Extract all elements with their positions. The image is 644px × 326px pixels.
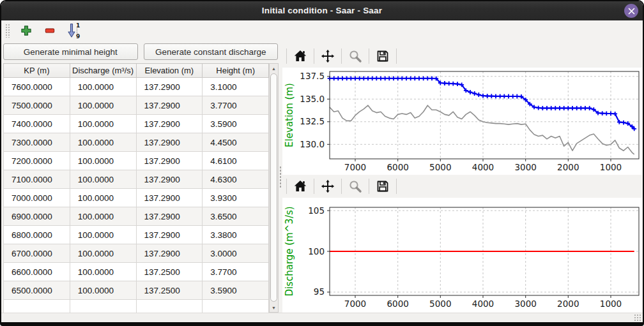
generator-buttons-row: Generate minimal height Generate constan…: [3, 42, 279, 63]
titlebar[interactable]: Initial condition - Saar - Saar: [1, 1, 643, 20]
table-cell[interactable]: 3.0000: [203, 244, 269, 263]
scrollbar-thumb[interactable]: [270, 73, 277, 302]
table-cell[interactable]: 137.2900: [136, 96, 203, 115]
sort-button[interactable]: 1 9: [65, 22, 82, 40]
table-row-partial: [4, 300, 269, 313]
table-row[interactable]: 6500.0000100.0000137.25003.5900: [4, 281, 269, 300]
table-cell[interactable]: 137.2500: [136, 263, 203, 281]
table-cell[interactable]: 6900.0000: [4, 207, 70, 226]
table-cell[interactable]: 100.0000: [70, 207, 136, 226]
zoom-button[interactable]: [344, 177, 366, 196]
column-header[interactable]: Discharge (m³/s): [70, 64, 136, 78]
table-cell[interactable]: 137.2900: [136, 170, 203, 189]
table-cell[interactable]: 3.9300: [203, 189, 269, 207]
table-cell[interactable]: 137.2900: [136, 152, 203, 170]
table-cell[interactable]: 7500.0000: [4, 96, 70, 115]
table-cell[interactable]: 100.0000: [70, 152, 136, 170]
save-button[interactable]: [372, 47, 394, 66]
table-cell[interactable]: 3.1000: [203, 78, 269, 96]
table-cell[interactable]: 6500.0000: [4, 281, 70, 300]
scrollbar-up-arrow-icon[interactable]: ▲: [270, 64, 278, 73]
column-header[interactable]: KP (m): [4, 64, 70, 78]
add-row-button[interactable]: [17, 22, 35, 40]
pan-button[interactable]: [317, 177, 339, 196]
table-cell[interactable]: 100.0000: [70, 244, 136, 263]
table-cell[interactable]: 100.0000: [70, 133, 136, 152]
window-title: Initial condition - Saar - Saar: [262, 6, 382, 15]
resize-grip-icon[interactable]: [634, 314, 641, 322]
svg-text:4000: 4000: [472, 162, 494, 172]
main-toolbar: 1 9: [1, 20, 643, 41]
table-cell[interactable]: 6600.0000: [4, 263, 70, 281]
table-scrollbar[interactable]: ▲ ▼: [269, 63, 279, 313]
table-cell[interactable]: 3.5900: [203, 281, 269, 300]
table-cell[interactable]: 100.0000: [70, 115, 136, 133]
table-cell[interactable]: 137.2900: [136, 226, 203, 244]
table-row[interactable]: 6800.0000100.0000137.29003.3800: [4, 226, 269, 244]
table-cell[interactable]: 4.4500: [203, 133, 269, 152]
table-row[interactable]: 7000.0000100.0000137.29003.9300: [4, 189, 269, 207]
table-row[interactable]: 6700.0000100.0000137.29003.0000: [4, 244, 269, 263]
home-button[interactable]: [289, 47, 311, 66]
discharge-chart[interactable]: 700060005000400030002000100010510095Disc…: [282, 198, 642, 313]
column-header[interactable]: Elevation (m): [136, 64, 203, 78]
table-row[interactable]: 7600.0000100.0000137.29003.1000: [4, 78, 269, 96]
table-cell[interactable]: 4.6100: [203, 152, 269, 170]
table-cell[interactable]: 100.0000: [70, 226, 136, 244]
table-cell[interactable]: 3.7700: [203, 96, 269, 115]
table-cell[interactable]: 137.2900: [136, 133, 203, 152]
table-cell[interactable]: 7100.0000: [4, 170, 70, 189]
table-cell[interactable]: 137.2500: [136, 281, 203, 300]
table-cell[interactable]: 7000.0000: [4, 189, 70, 207]
svg-text:1000: 1000: [600, 162, 622, 172]
svg-text:95: 95: [314, 286, 325, 297]
save-button[interactable]: [372, 177, 394, 196]
table-cell[interactable]: 6800.0000: [4, 226, 70, 244]
remove-row-button[interactable]: [41, 22, 59, 40]
table-cell[interactable]: 100.0000: [70, 281, 136, 300]
table-row[interactable]: 7200.0000100.0000137.29004.6100: [4, 152, 269, 170]
column-header[interactable]: Height (m): [203, 64, 269, 78]
table-cell[interactable]: 100.0000: [70, 78, 136, 96]
svg-text:6000: 6000: [387, 162, 409, 172]
svg-text:105: 105: [308, 205, 325, 216]
generate-minimal-height-button[interactable]: Generate minimal height: [3, 43, 138, 60]
elevation-chart[interactable]: 7000600050004000300020001000137.5135.013…: [282, 68, 642, 175]
table-row[interactable]: 6600.0000100.0000137.25003.7700: [4, 263, 269, 281]
zoom-button[interactable]: [344, 47, 366, 66]
sort-ascending-icon: 1 9: [66, 22, 81, 39]
table-row[interactable]: 7300.0000100.0000137.29004.4500: [4, 133, 269, 152]
table-cell[interactable]: 3.5900: [203, 115, 269, 133]
table-row[interactable]: 6900.0000100.0000137.29003.6500: [4, 207, 269, 226]
table-cell[interactable]: 137.2900: [136, 244, 203, 263]
table-cell[interactable]: 3.6500: [203, 207, 269, 226]
left-panel: Generate minimal height Generate constan…: [1, 41, 279, 313]
home-button[interactable]: [289, 177, 311, 196]
table-cell[interactable]: 7600.0000: [4, 78, 70, 96]
svg-text:132.5: 132.5: [300, 116, 325, 126]
pan-button[interactable]: [317, 47, 339, 66]
table-cell[interactable]: 7200.0000: [4, 152, 70, 170]
table-cell[interactable]: 7400.0000: [4, 115, 70, 133]
table-row[interactable]: 7100.0000100.0000137.29004.6300: [4, 170, 269, 189]
generate-constant-discharge-button[interactable]: Generate constant discharge: [144, 43, 279, 60]
home-icon: [293, 179, 308, 194]
table-row[interactable]: 7400.0000100.0000137.29003.5900: [4, 115, 269, 133]
table-cell[interactable]: 6700.0000: [4, 244, 70, 263]
table-cell[interactable]: 137.2900: [136, 189, 203, 207]
table-cell[interactable]: 100.0000: [70, 263, 136, 281]
table-cell[interactable]: 3.3800: [203, 226, 269, 244]
table-cell[interactable]: 3.7700: [203, 263, 269, 281]
scrollbar-down-arrow-icon[interactable]: ▼: [270, 303, 278, 312]
table-cell[interactable]: 100.0000: [70, 170, 136, 189]
toolbar-drag-handle[interactable]: [5, 24, 10, 38]
close-button[interactable]: [624, 4, 638, 18]
table-cell[interactable]: 100.0000: [70, 189, 136, 207]
table-cell[interactable]: 4.6300: [203, 170, 269, 189]
table-cell[interactable]: 100.0000: [70, 96, 136, 115]
table-cell[interactable]: 137.2900: [136, 78, 203, 96]
table-cell[interactable]: 137.2900: [136, 115, 203, 133]
table-cell[interactable]: 7300.0000: [4, 133, 70, 152]
table-cell[interactable]: 137.2900: [136, 207, 203, 226]
table-row[interactable]: 7500.0000100.0000137.29003.7700: [4, 96, 269, 115]
